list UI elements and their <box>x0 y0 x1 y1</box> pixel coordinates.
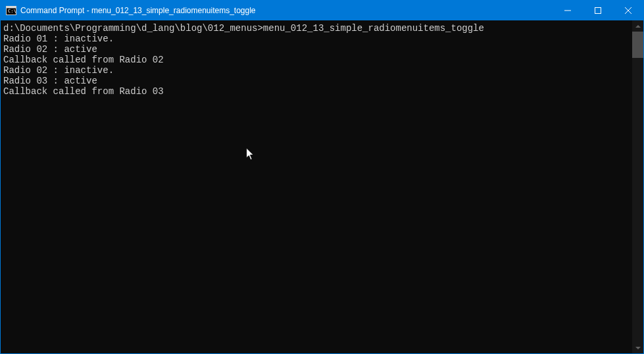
svg-text:C:\: C:\ <box>8 9 16 14</box>
command-prompt-window: C:\ Command Prompt - menu_012_13_simple_… <box>1 1 643 353</box>
prompt-line: d:\Documents\Programming\d_lang\blog\012… <box>3 23 630 34</box>
output-line: Radio 02 : active <box>3 44 630 55</box>
maximize-button[interactable] <box>583 1 613 20</box>
titlebar[interactable]: C:\ Command Prompt - menu_012_13_simple_… <box>1 1 643 20</box>
terminal-output[interactable]: d:\Documents\Programming\d_lang\blog\012… <box>1 20 632 353</box>
output-line: Radio 01 : inactive. <box>3 34 630 44</box>
output-line: Radio 02 : inactive. <box>3 65 630 76</box>
svg-marker-8 <box>635 347 641 349</box>
output-line: Callback called from Radio 02 <box>3 55 630 65</box>
terminal-area: d:\Documents\Programming\d_lang\blog\012… <box>1 20 643 353</box>
command-prompt-icon: C:\ <box>6 5 16 16</box>
output-line: Callback called from Radio 03 <box>3 86 630 97</box>
close-button[interactable] <box>613 1 643 20</box>
scroll-down-arrow[interactable] <box>632 342 643 353</box>
window-controls <box>553 1 643 20</box>
scroll-up-arrow[interactable] <box>632 20 643 32</box>
vertical-scrollbar[interactable] <box>632 20 643 353</box>
minimize-button[interactable] <box>553 1 583 20</box>
svg-rect-4 <box>595 8 601 14</box>
output-line: Radio 03 : active <box>3 76 630 86</box>
window-title: Command Prompt - menu_012_13_simple_radi… <box>20 6 553 15</box>
svg-marker-7 <box>635 25 641 28</box>
scroll-thumb[interactable] <box>632 32 643 58</box>
